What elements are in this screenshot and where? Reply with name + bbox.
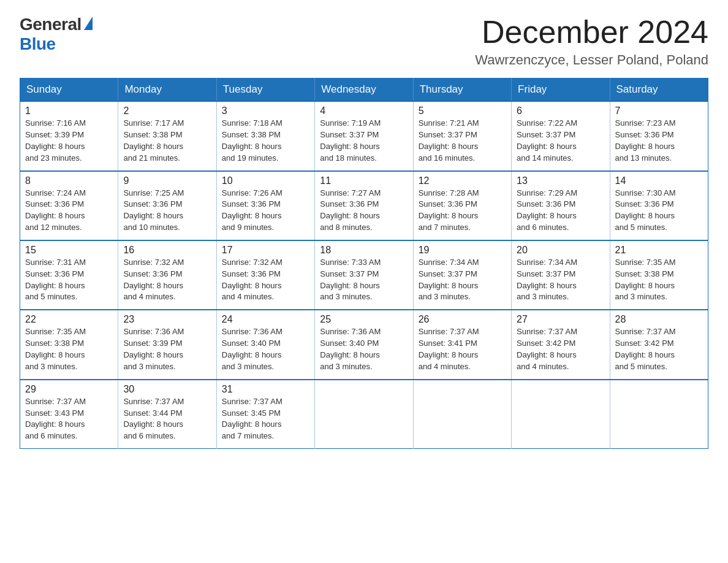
month-year-title: December 2024 (475, 15, 708, 50)
day-number: 13 (517, 175, 604, 186)
calendar-cell: 13 Sunrise: 7:29 AMSunset: 3:36 PMDaylig… (512, 171, 610, 240)
calendar-cell: 5 Sunrise: 7:21 AMSunset: 3:37 PMDayligh… (413, 101, 511, 170)
day-number: 15 (25, 245, 113, 256)
calendar-header-row: Sunday Monday Tuesday Wednesday Thursday… (20, 79, 708, 102)
day-number: 9 (123, 175, 211, 186)
day-info: Sunrise: 7:35 AMSunset: 3:38 PMDaylight:… (615, 258, 676, 302)
col-friday: Friday (512, 79, 610, 102)
calendar-cell: 6 Sunrise: 7:22 AMSunset: 3:37 PMDayligh… (512, 101, 610, 170)
day-number: 24 (222, 314, 309, 325)
calendar-cell: 16 Sunrise: 7:32 AMSunset: 3:36 PMDaylig… (118, 240, 216, 310)
day-number: 6 (517, 105, 604, 117)
calendar-cell (610, 380, 708, 449)
calendar-cell: 3 Sunrise: 7:18 AMSunset: 3:38 PMDayligh… (216, 101, 314, 170)
calendar-cell: 31 Sunrise: 7:37 AMSunset: 3:45 PMDaylig… (216, 380, 314, 449)
calendar-cell: 2 Sunrise: 7:17 AMSunset: 3:38 PMDayligh… (118, 101, 216, 170)
calendar-cell: 21 Sunrise: 7:35 AMSunset: 3:38 PMDaylig… (610, 240, 708, 310)
day-number: 16 (123, 245, 211, 256)
calendar-cell: 9 Sunrise: 7:25 AMSunset: 3:36 PMDayligh… (118, 171, 216, 240)
calendar-cell: 30 Sunrise: 7:37 AMSunset: 3:44 PMDaylig… (118, 380, 216, 449)
location-subtitle: Wawrzenczyce, Lesser Poland, Poland (475, 52, 708, 68)
day-info: Sunrise: 7:33 AMSunset: 3:37 PMDaylight:… (320, 258, 381, 302)
calendar-cell: 22 Sunrise: 7:35 AMSunset: 3:38 PMDaylig… (20, 310, 118, 379)
calendar-cell: 26 Sunrise: 7:37 AMSunset: 3:41 PMDaylig… (413, 310, 511, 379)
calendar-cell: 23 Sunrise: 7:36 AMSunset: 3:39 PMDaylig… (118, 310, 216, 379)
day-info: Sunrise: 7:37 AMSunset: 3:43 PMDaylight:… (25, 397, 86, 441)
calendar-cell: 14 Sunrise: 7:30 AMSunset: 3:36 PMDaylig… (610, 171, 708, 240)
calendar-cell: 25 Sunrise: 7:36 AMSunset: 3:40 PMDaylig… (315, 310, 413, 379)
day-info: Sunrise: 7:37 AMSunset: 3:41 PMDaylight:… (419, 327, 479, 371)
day-number: 25 (320, 314, 408, 325)
week-row-2: 8 Sunrise: 7:24 AMSunset: 3:36 PMDayligh… (20, 171, 708, 240)
day-number: 20 (517, 245, 604, 256)
day-info: Sunrise: 7:36 AMSunset: 3:40 PMDaylight:… (320, 327, 381, 371)
week-row-3: 15 Sunrise: 7:31 AMSunset: 3:36 PMDaylig… (20, 240, 708, 310)
col-thursday: Thursday (413, 79, 511, 102)
day-number: 2 (123, 105, 211, 117)
day-number: 19 (419, 245, 506, 256)
calendar-cell: 18 Sunrise: 7:33 AMSunset: 3:37 PMDaylig… (315, 240, 413, 310)
day-info: Sunrise: 7:24 AMSunset: 3:36 PMDaylight:… (25, 188, 86, 232)
day-number: 7 (615, 105, 703, 117)
day-number: 28 (615, 314, 703, 325)
col-sunday: Sunday (20, 79, 118, 102)
logo-triangle-icon (84, 17, 93, 30)
week-row-1: 1 Sunrise: 7:16 AMSunset: 3:39 PMDayligh… (20, 101, 708, 170)
calendar-cell: 10 Sunrise: 7:26 AMSunset: 3:36 PMDaylig… (216, 171, 314, 240)
calendar-cell (512, 380, 610, 449)
day-number: 4 (320, 105, 408, 117)
day-info: Sunrise: 7:36 AMSunset: 3:39 PMDaylight:… (123, 327, 184, 371)
calendar-cell: 19 Sunrise: 7:34 AMSunset: 3:37 PMDaylig… (413, 240, 511, 310)
day-info: Sunrise: 7:27 AMSunset: 3:36 PMDaylight:… (320, 188, 381, 232)
calendar-cell: 15 Sunrise: 7:31 AMSunset: 3:36 PMDaylig… (20, 240, 118, 310)
calendar-cell: 29 Sunrise: 7:37 AMSunset: 3:43 PMDaylig… (20, 380, 118, 449)
day-info: Sunrise: 7:29 AMSunset: 3:36 PMDaylight:… (517, 188, 577, 232)
calendar-cell (413, 380, 511, 449)
day-info: Sunrise: 7:21 AMSunset: 3:37 PMDaylight:… (419, 118, 479, 163)
page-header: General Blue December 2024 Wawrzenczyce,… (20, 15, 708, 68)
day-number: 8 (25, 175, 113, 186)
day-number: 5 (419, 105, 506, 117)
day-info: Sunrise: 7:19 AMSunset: 3:37 PMDaylight:… (320, 118, 381, 163)
day-number: 21 (615, 245, 703, 256)
day-info: Sunrise: 7:30 AMSunset: 3:36 PMDaylight:… (615, 188, 676, 232)
day-number: 30 (123, 384, 211, 395)
day-info: Sunrise: 7:32 AMSunset: 3:36 PMDaylight:… (222, 258, 282, 302)
day-number: 11 (320, 175, 408, 186)
calendar-cell (315, 380, 413, 449)
day-number: 31 (222, 384, 309, 395)
day-info: Sunrise: 7:36 AMSunset: 3:40 PMDaylight:… (222, 327, 282, 371)
calendar-cell: 1 Sunrise: 7:16 AMSunset: 3:39 PMDayligh… (20, 101, 118, 170)
title-block: December 2024 Wawrzenczyce, Lesser Polan… (475, 15, 708, 68)
logo-blue: Blue (20, 34, 56, 54)
day-info: Sunrise: 7:34 AMSunset: 3:37 PMDaylight:… (419, 258, 479, 302)
day-info: Sunrise: 7:22 AMSunset: 3:37 PMDaylight:… (517, 118, 577, 163)
week-row-4: 22 Sunrise: 7:35 AMSunset: 3:38 PMDaylig… (20, 310, 708, 379)
calendar-cell: 4 Sunrise: 7:19 AMSunset: 3:37 PMDayligh… (315, 101, 413, 170)
calendar-cell: 27 Sunrise: 7:37 AMSunset: 3:42 PMDaylig… (512, 310, 610, 379)
calendar-cell: 8 Sunrise: 7:24 AMSunset: 3:36 PMDayligh… (20, 171, 118, 240)
day-info: Sunrise: 7:37 AMSunset: 3:42 PMDaylight:… (615, 327, 676, 371)
day-number: 12 (419, 175, 506, 186)
day-info: Sunrise: 7:35 AMSunset: 3:38 PMDaylight:… (25, 327, 86, 371)
day-number: 3 (222, 105, 309, 117)
day-info: Sunrise: 7:37 AMSunset: 3:44 PMDaylight:… (123, 397, 184, 441)
calendar-cell: 12 Sunrise: 7:28 AMSunset: 3:36 PMDaylig… (413, 171, 511, 240)
day-number: 22 (25, 314, 113, 325)
day-info: Sunrise: 7:34 AMSunset: 3:37 PMDaylight:… (517, 258, 577, 302)
calendar-cell: 17 Sunrise: 7:32 AMSunset: 3:36 PMDaylig… (216, 240, 314, 310)
day-number: 10 (222, 175, 309, 186)
day-number: 17 (222, 245, 309, 256)
logo: General Blue (20, 15, 93, 54)
day-info: Sunrise: 7:28 AMSunset: 3:36 PMDaylight:… (419, 188, 479, 232)
col-wednesday: Wednesday (315, 79, 413, 102)
day-info: Sunrise: 7:37 AMSunset: 3:45 PMDaylight:… (222, 397, 282, 441)
week-row-5: 29 Sunrise: 7:37 AMSunset: 3:43 PMDaylig… (20, 380, 708, 449)
day-number: 27 (517, 314, 604, 325)
day-number: 14 (615, 175, 703, 186)
calendar-cell: 24 Sunrise: 7:36 AMSunset: 3:40 PMDaylig… (216, 310, 314, 379)
day-info: Sunrise: 7:18 AMSunset: 3:38 PMDaylight:… (222, 118, 282, 163)
day-info: Sunrise: 7:16 AMSunset: 3:39 PMDaylight:… (25, 118, 86, 163)
day-info: Sunrise: 7:37 AMSunset: 3:42 PMDaylight:… (517, 327, 577, 371)
day-number: 23 (123, 314, 211, 325)
